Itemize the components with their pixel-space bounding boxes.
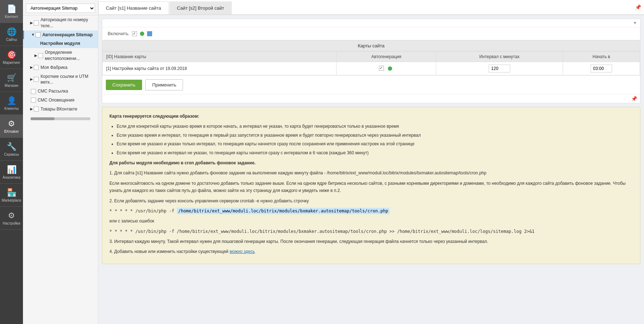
sidebar-item-analytics[interactable]: 📊 Аналитика — [0, 161, 23, 184]
buttons-row: Сохранить Применить — [102, 75, 640, 94]
cell-start — [563, 62, 640, 75]
cron-command-row: * * * * * /usr/bin/php -f /home/bitrix/e… — [109, 207, 633, 215]
pin-icon-bottom[interactable]: 📌 — [631, 96, 637, 102]
info-bullet-2: Если указано время и интервал, то генера… — [117, 132, 633, 139]
enable-checkbox[interactable] — [132, 31, 137, 36]
sidebar-item-clients[interactable]: 👤 Клиенты — [0, 92, 23, 115]
save-button[interactable]: Сохранить — [106, 80, 142, 90]
enable-green-dot — [140, 32, 144, 36]
tree-item-module-settings[interactable]: Настройки модуля — [23, 39, 98, 48]
note4-row: 4. Добавить новые или изменить настройки… — [109, 248, 633, 255]
info-bullet-4: Если время не указано и интервал не указ… — [117, 149, 633, 156]
tab-site2[interactable]: Сайт [s2] Второй сайт — [169, 1, 232, 14]
sidebar-label-settings: Настройки — [3, 221, 20, 225]
info-bullets-list: Если для конкретной карты указано время … — [117, 123, 633, 156]
sidebar-label-services: Сервисы — [4, 152, 19, 156]
settings-panel: ▼ Включить Карты сайта [ID] Название — [102, 19, 640, 103]
sidebar-label-marketplace: Marketplace — [2, 198, 21, 202]
sidebar: 📄 Контент 🌐 Сайты 🎯 Маркетинг 🛒 Магазин … — [0, 0, 23, 324]
panel-collapse-icon[interactable]: ▼ — [633, 20, 637, 25]
sidebar-item-settings[interactable]: ⚙ Настройки — [0, 207, 23, 230]
panel-bottom-pin-row: 📌 — [102, 94, 640, 103]
th-start: Начать в — [563, 52, 640, 62]
check-factory[interactable] — [34, 65, 39, 70]
arrow-auth: ▶ — [30, 20, 33, 25]
module-select[interactable]: Автогенерация Sitemap — [26, 4, 95, 13]
pin-icon-top[interactable]: 📌 — [635, 4, 641, 10]
sidebar-item-shop[interactable]: 🛒 Магазин — [0, 69, 23, 92]
sidebar-label-shop: Магазин — [5, 84, 19, 88]
scrollbar-thumb[interactable] — [30, 117, 55, 120]
autogen-checkbox[interactable] — [379, 66, 384, 71]
tree-item-vk-products[interactable]: ▶ Товары ВКонтакте — [23, 105, 98, 114]
settings-icon: ⚙ — [8, 211, 15, 220]
check-shortlinks[interactable] — [34, 77, 39, 82]
cron-log-command: * * * * * /usr/bin/php -f /home/bitrix/e… — [109, 229, 535, 234]
check-autositemap[interactable] — [36, 32, 41, 37]
cron-note2: 2. Если добавлять задание через консоль … — [109, 197, 633, 205]
sidebar-item-marketing[interactable]: 🎯 Маркетинг — [0, 46, 23, 69]
top-bar: Сайт [s1] Название сайта Сайт [s2] Второ… — [98, 0, 644, 15]
sidebar-item-bxmaker[interactable]: ⚙ BXmaker — [0, 115, 23, 138]
check-geolocation[interactable] — [38, 53, 43, 58]
content-icon: 📄 — [7, 4, 17, 14]
sidebar-item-sites[interactable]: 🌐 Сайты — [0, 23, 23, 46]
cron-prefix: * * * * * /usr/bin/php -f — [109, 208, 177, 213]
label-vk-products: Товары ВКонтакте — [41, 106, 77, 112]
th-id-name: [ID] Название карты — [103, 52, 337, 62]
arrow-geolocation: ▶ — [34, 53, 37, 58]
sidebar-item-services[interactable]: 🔧 Сервисы — [0, 138, 23, 161]
tree-item-auth[interactable]: ▶ Авторизация по номеру теле... — [23, 15, 98, 30]
label-sms-notify: СМС Оповещения — [38, 97, 74, 103]
analytics-icon: 📊 — [7, 165, 17, 174]
tab-site2-label: Сайт [s2] Второй сайт — [177, 5, 224, 11]
check-sms-notify[interactable] — [31, 98, 36, 103]
site-tabs: Сайт [s1] Название сайта Сайт [s2] Второ… — [98, 0, 644, 15]
check-auth[interactable] — [34, 20, 39, 25]
marketplace-icon: 🏪 — [7, 188, 17, 197]
tree-item-shortlinks[interactable]: ▶ Короткие ссылки и UTM метк... — [23, 72, 98, 87]
sitemap-table: [ID] Название карты Автогенерация Интерв… — [102, 51, 640, 75]
sidebar-item-content[interactable]: 📄 Контент — [0, 0, 23, 23]
check-vk-products[interactable] — [34, 107, 39, 112]
interval-input[interactable] — [489, 65, 510, 72]
enable-label: Включить — [108, 31, 128, 36]
clients-icon: 👤 — [7, 96, 17, 105]
note4-link[interactable]: можно здесь — [230, 249, 255, 254]
scrollbar-area — [23, 114, 98, 124]
th-interval: Интервал с минутах — [436, 52, 563, 62]
arrow-shortlinks: ▶ — [30, 77, 33, 82]
multi-site-note: Если многосайтовость на одном домене то … — [109, 180, 633, 194]
scrollbar-track[interactable] — [30, 117, 90, 120]
th-autogen: Автогенерация — [337, 52, 436, 62]
tree-item-sms-mailing[interactable]: СМС Рассылка — [23, 87, 98, 96]
main-content: Сайт [s1] Название сайта Сайт [s2] Второ… — [98, 0, 644, 324]
panel-collapse-row: ▼ — [102, 19, 640, 27]
info-title: Карта генерируется следующим образом: — [109, 114, 199, 119]
apply-button[interactable]: Применить — [145, 79, 183, 90]
start-input[interactable] — [591, 65, 612, 72]
autogen-green-dot — [388, 66, 392, 71]
arrow-autositemap: ▼ — [31, 32, 35, 37]
cron-path: /home/bitrix/ext_www/moduli.loc/bitrix/m… — [177, 208, 390, 214]
marketing-icon: 🎯 — [7, 50, 17, 60]
label-sms-mailing: СМС Рассылка — [38, 88, 68, 94]
check-sms-mailing[interactable] — [31, 89, 36, 94]
nav-top-dropdown[interactable]: Автогенерация Sitemap — [23, 1, 98, 15]
tree-item-sms-notify[interactable]: СМС Оповещения — [23, 96, 98, 105]
cron-note1: 1. Для сайта [s1] Название сайта нужно д… — [109, 169, 633, 177]
sidebar-item-marketplace[interactable]: 🏪 Marketplace — [0, 184, 23, 207]
sidebar-label-analytics: Аналитика — [3, 175, 20, 179]
sidebar-label-content: Контент — [5, 15, 18, 19]
tab-site1[interactable]: Сайт [s1] Название сайта — [98, 1, 169, 14]
info-bullet-3: Если время не указано и указан только ин… — [117, 140, 633, 147]
sites-icon: 🌐 — [7, 27, 17, 37]
label-factory: Моя Фабрика — [41, 65, 67, 71]
label-auth: Авторизация по номеру теле... — [41, 17, 95, 29]
tree-item-geolocation[interactable]: ▶ Определение местоположени... — [23, 48, 98, 63]
tree-item-autositemap[interactable]: ▼ Автогенерация Sitemap — [23, 30, 98, 39]
sidebar-label-marketing: Маркетинг — [3, 61, 20, 65]
tree-item-factory[interactable]: ▶ Моя Фабрика — [23, 63, 98, 72]
sidebar-label-bxmaker: BXmaker — [4, 130, 19, 133]
cell-interval — [436, 62, 563, 75]
